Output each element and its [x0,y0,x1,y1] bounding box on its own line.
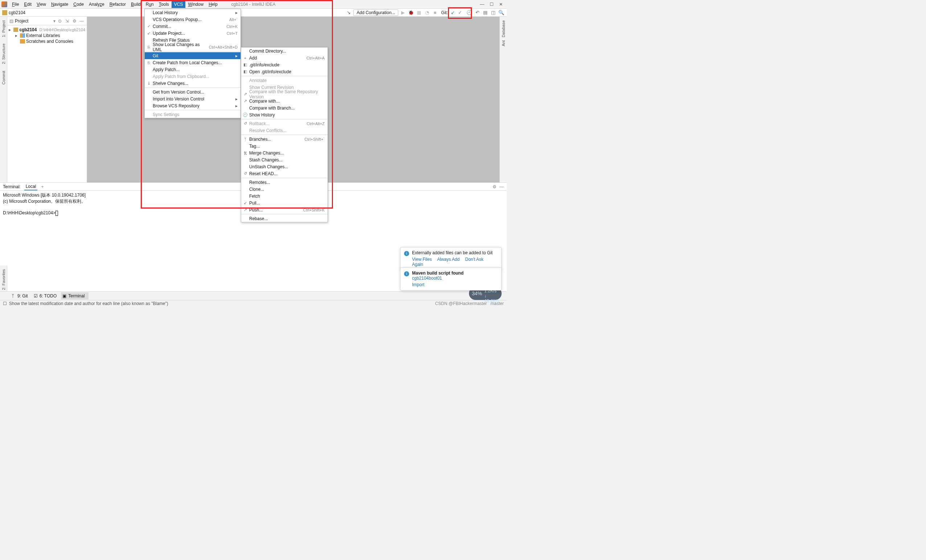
tab-ant[interactable]: Ant [501,39,505,48]
vcs-menu-item-13[interactable]: Get from Version Control... [145,88,241,95]
menu-view[interactable]: View [34,1,48,8]
menu-item-label: UnStash Changes... [249,164,288,170]
debug-icon[interactable]: 🐞 [408,9,414,16]
stop-icon[interactable]: ■ [432,9,438,16]
git-menu-item-1[interactable]: +AddCtrl+Alt+A [241,54,328,61]
bottom-tab-git[interactable]: ᛉ9: Git [10,292,32,300]
history-icon[interactable]: 🕘 [466,9,473,16]
menu-item-label: Compare with... [249,98,280,104]
git-menu-item-28[interactable]: Rebase... [241,215,328,222]
vcs-menu-item-11[interactable]: ⤓Shelve Changes... [145,80,241,87]
menu-item-label: Import into Version Control [153,97,204,101]
hide-icon[interactable]: — [79,18,85,24]
tab-commit[interactable]: Commit [2,69,6,86]
minimize-button[interactable]: — [480,2,484,7]
link-import[interactable]: Import [412,282,424,287]
vcs-menu-item-7[interactable]: Git▸ [145,52,241,59]
tab-structure[interactable]: 2: Structure [2,42,6,66]
menu-file[interactable]: File [9,1,21,8]
menu-window[interactable]: Window [185,1,206,8]
target-icon[interactable]: ⊙ [57,18,63,24]
git-menu-item-9[interactable]: Compare with Branch... [241,104,328,111]
tab-favorites[interactable]: 2: Favorites [2,268,6,291]
bottom-tab-terminal[interactable]: ▣Terminal [61,292,88,300]
git-menu-item-20[interactable]: ↺Reset HEAD... [241,170,328,177]
maximize-button[interactable]: ☐ [489,2,494,7]
menu-item-label: Open .git/info/exclude [249,69,291,74]
menu-run[interactable]: Run [143,1,156,8]
add-configuration-button[interactable]: Add Configuration... [353,9,398,16]
git-menu-item-19[interactable]: UnStash Changes... [241,163,328,170]
build-hammer-icon[interactable]: ↘ [345,9,352,16]
git-menu-item-16[interactable]: Tag... [241,142,328,150]
menu-help[interactable]: Help [206,1,220,8]
vcs-menu-item-3[interactable]: ↙Update Project...Ctrl+T [145,30,241,36]
gear-icon[interactable]: ⚙ [71,18,77,24]
git-menu-item-2[interactable]: ◧.git/info/exclude [241,61,328,68]
bottom-tab-todo[interactable]: ☑6: TODO [32,292,61,300]
menu-analyze[interactable]: Analyze [86,1,107,8]
menu-edit[interactable]: Edit [21,1,34,8]
layout-icon[interactable]: ◫ [490,9,496,16]
menu-build[interactable]: Build [129,1,143,8]
project-tree: ▸ cgb2104 D:\HHH\Desktop\cgb2104 ▸ Exter… [7,26,87,46]
git-menu-item-8[interactable]: ↗Compare with... [241,98,328,104]
revert-icon[interactable]: ↶ [474,9,481,16]
git-menu-item-26[interactable]: ↗Push...Ctrl+Shift+K [241,206,328,213]
run-icon[interactable]: ▶ [400,9,406,16]
git-menu-item-23[interactable]: Clone... [241,186,328,192]
coverage-icon[interactable]: ▦ [416,9,422,16]
git-menu-item-22[interactable]: Remotes... [241,179,328,186]
menu-item-icon: + [243,56,248,60]
terminal-add-tab[interactable]: + [41,184,44,189]
profile-icon[interactable]: ◔ [424,9,430,16]
terminal-tab-local[interactable]: Local [24,183,38,191]
tab-database[interactable]: Database [501,19,505,39]
link-always-add[interactable]: Always Add [437,257,460,262]
vcs-menu-item-9[interactable]: Apply Patch... [145,66,241,73]
menu-item-label: Rollback... [249,121,269,126]
vcs-menu-item-8[interactable]: ⎘Create Patch from Local Changes... [145,59,241,66]
todo-icon: ☑ [34,294,38,298]
link-view-files[interactable]: View Files [412,257,432,262]
tab-project[interactable]: 1: Project [2,19,6,38]
vcs-menu-item-14[interactable]: Import into Version Control▸ [145,95,241,102]
menu-tools[interactable]: Tools [156,1,172,8]
menu-refactor[interactable]: Refactor [107,1,129,8]
git-menu-item-3[interactable]: ◧Open .git/info/exclude [241,68,328,75]
tree-root[interactable]: ▸ cgb2104 D:\HHH\Desktop\cgb2104 [7,27,87,33]
notification-line[interactable]: cgb2104boot01 [412,275,496,281]
terminal-hide-icon[interactable]: — [499,184,504,189]
git-menu-item-15[interactable]: ᛉBranches...Ctrl+Shift+` [241,136,328,142]
git-menu-item-10[interactable]: 🕘Show History [241,111,328,118]
git-pull-icon[interactable]: ↙ [449,9,456,16]
menu-code[interactable]: Code [71,1,86,8]
info-icon: i [404,251,409,256]
menu-vcs[interactable]: VCS [172,1,186,8]
git-menu-item-17[interactable]: ⛕Merge Changes... [241,150,328,156]
expand-icon[interactable]: ⇲ [64,18,70,24]
project-panel-header: ▤ Project ▾ ⊙ ⇲ ⚙ — [7,17,87,26]
breadcrumb[interactable]: cgb2104 [9,10,26,15]
tree-scratches[interactable]: ▸ Scratches and Consoles [7,38,87,44]
git-commit-icon[interactable]: ✓ [457,9,463,16]
tree-external-libs[interactable]: ▸ External Libraries [7,33,87,38]
menu-item-label: Reset HEAD... [249,171,277,176]
vcs-menu-item-15[interactable]: Browse VCS Repository▸ [145,102,241,109]
diff-icon[interactable]: ▤ [482,9,489,16]
git-menu-item-24[interactable]: Fetch [241,192,328,200]
terminal-gear-icon[interactable]: ⚙ [493,184,496,189]
search-icon[interactable]: 🔍 [498,9,505,16]
close-button[interactable]: ✕ [499,2,503,7]
git-menu-item-25[interactable]: ↙Pull... [241,200,328,206]
menu-navigate[interactable]: Navigate [48,1,71,8]
submenu-arrow-icon: ▸ [235,10,238,15]
git-menu-item-18[interactable]: Stash Changes... [241,156,328,163]
scratch-icon [20,39,25,44]
menu-shortcut: Alt+` [229,17,238,22]
git-menu-item-0[interactable]: Commit Directory... [241,47,328,54]
vcs-menu-item-1[interactable]: VCS Operations Popup...Alt+` [145,16,241,23]
vcs-menu-item-5[interactable]: ⎘Show Local Changes as UMLCtrl+Alt+Shift… [145,44,241,50]
vcs-menu-item-0[interactable]: Local History▸ [145,9,241,16]
vcs-menu-item-2[interactable]: ✓Commit...Ctrl+K [145,23,241,30]
